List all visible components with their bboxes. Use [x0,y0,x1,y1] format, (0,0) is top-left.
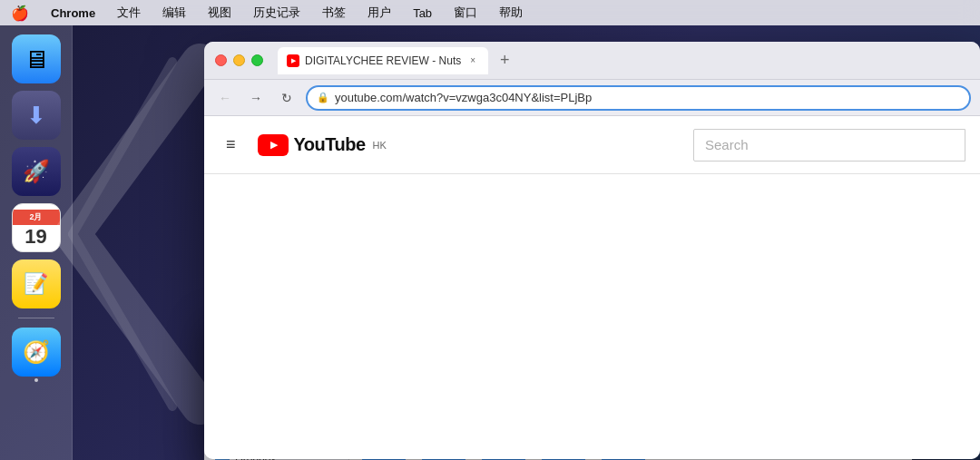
dock-notes[interactable]: 📝 [12,259,61,308]
dock-divider [18,318,54,318]
new-tab-button[interactable]: + [492,48,517,73]
address-text: youtube.com/watch?v=vzwga3c04NY&list=PLj… [335,91,592,104]
menubar-bookmarks[interactable]: 书签 [318,3,349,23]
mac-menubar: 🍎 Chrome 文件 编辑 视图 历史记录 书签 用户 Tab 窗口 帮助 [0,0,980,25]
chrome-window: DIGITALYCHEE REVIEW - Nuts × + ← → ↻ 🔒 y… [204,42,980,459]
dock-calendar[interactable]: 2月 19 [12,203,61,252]
reload-button[interactable]: ↻ [275,86,299,110]
menubar-window[interactable]: 窗口 [450,3,481,23]
menubar-file[interactable]: 文件 [113,3,144,23]
youtube-logo-text: YouTube [294,134,366,155]
window-maximize-button[interactable] [251,54,263,66]
tab-favicon [287,54,299,67]
tab-bar: DIGITALYCHEE REVIEW - Nuts × + [278,47,969,74]
menubar-edit[interactable]: 编辑 [159,3,190,23]
arrow-decoration [54,44,218,425]
tab-close-button[interactable]: × [466,54,479,67]
youtube-menu-button[interactable]: ≡ [219,128,243,161]
menubar-history[interactable]: 历史记录 [250,3,304,23]
dock-safari[interactable]: 🧭 [12,328,61,377]
calendar-date: 19 [24,227,46,247]
traffic-lights [215,54,263,66]
dock-active-dot [34,378,38,382]
youtube-header: ≡ YouTubeHK Search [204,116,980,174]
lock-icon: 🔒 [317,92,329,103]
window-minimize-button[interactable] [233,54,245,66]
youtube-logo[interactable]: YouTubeHK [258,134,387,156]
youtube-search-placeholder: Search [705,137,749,152]
dock-downie[interactable]: ⬇ [12,91,61,140]
page-content: ≡ YouTubeHK Search [204,116,980,459]
address-bar[interactable]: 🔒 youtube.com/watch?v=vzwga3c04NY&list=P… [306,85,971,111]
desktop: 🖥 ⬇ 🚀 2月 19 📝 🧭 [0,25,980,460]
youtube-logo-icon [258,134,289,156]
menubar-view[interactable]: 视图 [204,3,235,23]
menubar-user[interactable]: 用户 [364,3,395,23]
menubar-tab[interactable]: Tab [409,5,436,22]
dock-finder[interactable]: 🖥 [12,34,61,83]
youtube-region-badge: HK [373,140,387,151]
address-bar-row: ← → ↻ 🔒 youtube.com/watch?v=vzwga3c04NY&… [204,80,980,116]
back-button[interactable]: ← [213,86,237,110]
menubar-help[interactable]: 帮助 [495,3,526,23]
apple-menu-icon[interactable]: 🍎 [11,5,29,22]
window-close-button[interactable] [215,54,227,66]
forward-button[interactable]: → [244,86,268,110]
calendar-month: 2月 [13,210,60,225]
chrome-titlebar: DIGITALYCHEE REVIEW - Nuts × + [204,42,980,80]
dock-rocket[interactable]: 🚀 [12,147,61,196]
menubar-chrome[interactable]: Chrome [47,5,99,22]
active-tab[interactable]: DIGITALYCHEE REVIEW - Nuts × [278,47,488,74]
tab-title: DIGITALYCHEE REVIEW - Nuts [305,54,461,67]
youtube-search-box[interactable]: Search [693,129,965,161]
